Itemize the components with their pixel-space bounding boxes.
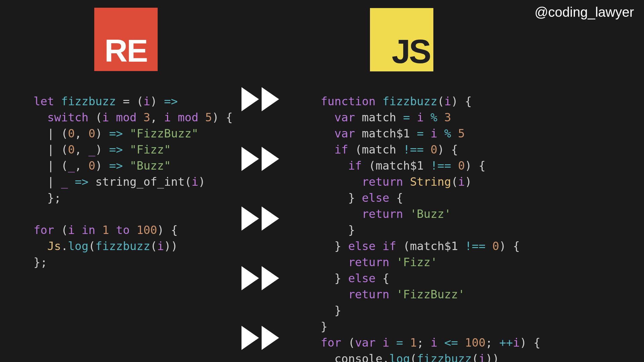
kw-switch: switch	[47, 111, 89, 124]
id-i: i	[417, 111, 424, 124]
kw-function: function	[321, 95, 376, 108]
space	[89, 175, 95, 188]
op-arrow: =>	[75, 175, 89, 188]
num-0: 0	[68, 143, 74, 156]
op-arrow: =>	[109, 127, 123, 140]
kw-if: if	[382, 239, 396, 253]
op-arrow: =>	[109, 159, 123, 172]
num-0: 0	[68, 127, 74, 140]
wildcard: _	[89, 143, 95, 156]
id-i: i	[157, 239, 164, 253]
kw-to: to	[109, 223, 137, 237]
punct: ) {	[465, 159, 485, 172]
punct: ) {	[437, 143, 458, 156]
id-i: i	[382, 336, 389, 349]
punct: }	[321, 320, 327, 333]
op-neq: !==	[458, 239, 492, 253]
punct: ,	[150, 111, 164, 124]
fast-forward-icon	[241, 326, 279, 350]
num-5: 5	[205, 111, 212, 124]
punct: | (	[47, 143, 68, 156]
punct: }	[334, 272, 348, 285]
str-fizzbuzz: "FizzBuzz"	[130, 127, 199, 140]
num-1: 1	[102, 223, 109, 237]
id-i: i	[68, 223, 74, 237]
kw-if: if	[348, 159, 362, 172]
kw-return: return	[362, 207, 403, 221]
punct: ))	[164, 239, 178, 253]
punct: ,	[75, 127, 89, 140]
space	[389, 288, 396, 301]
punct: };	[34, 255, 47, 269]
str-buzz: 'Buzz'	[410, 207, 451, 221]
id-i: i	[479, 352, 485, 362]
punct: ,	[75, 143, 89, 156]
space	[355, 111, 362, 124]
punct: )	[198, 175, 205, 188]
param-i: i	[144, 95, 150, 108]
id-i: i	[431, 127, 437, 140]
space	[123, 127, 129, 140]
space	[123, 143, 129, 156]
num-0: 0	[492, 239, 499, 253]
punct: (	[341, 336, 355, 349]
op-mod: %	[424, 111, 444, 124]
punct: ) {	[499, 239, 520, 253]
kw-else: else	[348, 272, 376, 285]
punct: )	[95, 127, 109, 140]
space	[123, 159, 129, 172]
punct: (	[472, 352, 478, 362]
punct: (	[150, 239, 157, 253]
space	[376, 95, 382, 108]
punct: ) {	[157, 223, 178, 237]
id-i: i	[431, 336, 437, 349]
space	[376, 336, 382, 349]
space	[403, 175, 410, 188]
num-0: 0	[458, 159, 465, 172]
punct: .	[61, 239, 68, 253]
js-code-block: function fizzbuzz(i) { var match = i % 3…	[321, 77, 540, 362]
str-fizz: 'Fizz'	[396, 255, 437, 269]
space	[376, 239, 382, 253]
num-1: 1	[410, 336, 417, 349]
str-fizz: "Fizz"	[130, 143, 171, 156]
fast-forward-icon	[241, 266, 279, 290]
mod-js: Js	[47, 239, 61, 253]
op-eq: =	[410, 127, 430, 140]
punct: (	[348, 143, 362, 156]
wildcard: _	[61, 175, 68, 188]
slide: @coding_lawyer RE JS let fizzbuzz = (i) …	[0, 0, 644, 362]
space	[355, 127, 362, 140]
id-match1: match$1	[410, 239, 458, 253]
id-i: i	[513, 336, 520, 349]
punct: ) {	[451, 95, 472, 108]
op-eq: =	[396, 111, 417, 124]
param-i: i	[444, 95, 451, 108]
punct: (	[89, 239, 95, 253]
punct: )	[95, 159, 109, 172]
js-logo: JS	[370, 8, 433, 71]
kw-var: var	[334, 127, 355, 140]
id-match1: match$1	[376, 159, 424, 172]
id-i: i	[164, 111, 171, 124]
punct: (	[54, 223, 68, 237]
id-match: match	[362, 111, 396, 124]
punct: ))	[485, 352, 499, 362]
op-mod: %	[437, 127, 458, 140]
kw-return: return	[362, 175, 403, 188]
reason-code-block: let fizzbuzz = (i) => switch (i mod 3, i…	[34, 77, 233, 270]
fast-forward-icon	[241, 206, 279, 231]
punct: };	[47, 191, 61, 204]
punct: (	[396, 239, 410, 253]
num-100: 100	[465, 336, 485, 349]
arrow-column	[241, 87, 279, 350]
punct: ;	[417, 336, 431, 349]
id-i: i	[192, 175, 198, 188]
punct: (	[184, 175, 191, 188]
kw-return: return	[348, 255, 389, 269]
num-0: 0	[89, 127, 95, 140]
op-neq: !==	[424, 159, 458, 172]
punct: )	[150, 95, 164, 108]
punct: ) {	[520, 336, 540, 349]
num-5: 5	[458, 127, 465, 140]
